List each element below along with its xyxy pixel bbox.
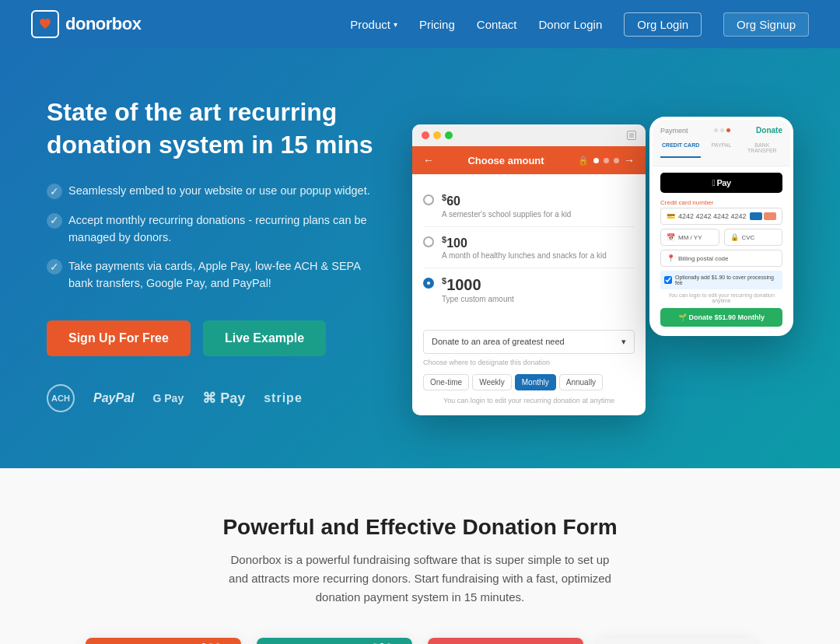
nav-dot-1 <box>593 158 599 163</box>
expiry-field[interactable]: 📅 MM / YY <box>660 229 719 246</box>
freq-onetime[interactable]: One-time <box>423 374 469 390</box>
back-arrow-icon: ← <box>423 154 434 166</box>
amount-option-3[interactable]: $1000 Type custom amount <box>423 268 635 311</box>
amount-desc-2: A month of healthy lunches and snacks fo… <box>442 251 607 260</box>
gpay-logo: G Pay <box>152 392 184 404</box>
logo-icon <box>31 10 59 38</box>
mini-header-1: ← Choose amount → <box>86 638 241 644</box>
titlebar-dots <box>422 131 453 139</box>
hero-content: State of the art recurring donation syst… <box>47 96 412 412</box>
mockup-row: ← Choose amount → $10 A semester's schoo… <box>31 638 809 644</box>
nav-contact[interactable]: Contact <box>477 18 517 31</box>
step-dot-3 <box>726 128 730 132</box>
card-number-field[interactable]: 💳 4242 4242 4242 4242 <box>660 208 782 225</box>
amount-option-2[interactable]: $100 A month of healthy lunches and snac… <box>423 227 635 268</box>
widget-nav-dots: 🔒 → <box>578 154 635 166</box>
widget-note: You can login to edit your recurring don… <box>423 397 635 404</box>
chevron-down-icon: ▾ <box>621 337 626 347</box>
org-login-button[interactable]: Org Login <box>624 12 702 37</box>
nav-donor-login[interactable]: Donor Login <box>539 18 603 31</box>
tab-bank-transfer[interactable]: BANK TRANSFER <box>742 139 782 158</box>
dot-yellow <box>433 131 441 139</box>
nav-dot-2 <box>604 158 609 163</box>
amount-radio-1[interactable] <box>423 194 434 205</box>
tab-credit-card[interactable]: CREDIT CARD <box>660 139 701 158</box>
mini-widget-payment: ← ← Payment Donate CARD PAYPAL BANK TRAN… <box>428 638 583 644</box>
tab-paypal[interactable]: PAYPAL <box>701 139 741 158</box>
hero-features-list: Seamlessly embed to your website or use … <box>47 183 381 292</box>
bank-titlebar <box>599 638 754 644</box>
bank-select-widget: Select your bank 🔍 🔍 Search <box>599 638 754 644</box>
chevron-icon: ▾ <box>394 20 397 29</box>
amount-value-2: $100 <box>442 235 607 250</box>
widget-body: $60 A semester's school supplies for a k… <box>412 174 646 322</box>
card-number-label: Credit card number <box>660 199 782 206</box>
widget-header: ← Choose amount 🔒 → <box>412 146 646 174</box>
signup-button[interactable]: Sign Up For Free <box>47 320 191 356</box>
feature-item-2: Accept monthly recurring donations - rec… <box>47 212 381 247</box>
lock-icon: 🔒 <box>578 156 589 166</box>
lock-icon-cvc: 🔒 <box>730 233 739 241</box>
nav-product[interactable]: Product ▾ <box>350 18 397 31</box>
forward-arrow-icon: → <box>624 154 635 166</box>
mobile-payment-tabs: CREDIT CARD PAYPAL BANK TRANSFER <box>660 139 782 158</box>
hero-section: State of the art recurring donation syst… <box>0 48 840 468</box>
cvc-field[interactable]: 🔒 CVC <box>724 229 783 246</box>
billing-field[interactable]: 📍 Billing postal code <box>660 250 782 267</box>
hero-mockups: ← Choose amount 🔒 → $60 A semester's sch… <box>412 93 793 415</box>
applepay-logo: ⌘ Pay <box>202 390 245 407</box>
mobile-donation-widget: Payment Donate CREDIT CARD PAYPAL BANK T… <box>649 117 793 336</box>
features-title: Powerful and Effective Donation Form <box>31 515 809 540</box>
amount-value-1: $60 <box>442 193 571 208</box>
widget-footer: Donate to an area of greatest need ▾ Cho… <box>412 322 646 415</box>
designate-dropdown[interactable]: Donate to an area of greatest need ▾ <box>423 330 635 354</box>
apple-pay-button[interactable]:  Pay <box>660 173 782 193</box>
payment-label: Payment <box>660 127 688 135</box>
designate-sub: Choose where to designate this donation <box>423 359 635 366</box>
mobile-donate-button[interactable]: 🌱 Donate $51.90 Monthly <box>660 308 782 327</box>
freq-monthly[interactable]: Monthly <box>515 374 556 390</box>
paypal-logo: PayPal <box>93 391 134 405</box>
amount-option-1[interactable]: $60 A semester's school supplies for a k… <box>423 185 635 226</box>
desktop-donation-widget: ← Choose amount 🔒 → $60 A semester's sch… <box>412 124 646 415</box>
stripe-logo: stripe <box>264 391 303 405</box>
location-icon: 📍 <box>667 254 675 262</box>
feature-item-1: Seamlessly embed to your website or use … <box>47 183 381 200</box>
step-dot-1 <box>714 128 718 132</box>
nav-links: Product ▾ Pricing Contact Donor Login Or… <box>350 12 809 37</box>
logo-text: donorbox <box>65 14 141 34</box>
mini-header-2: ← ← Personal info → <box>257 638 412 644</box>
payment-logos: ACH PayPal G Pay ⌘ Pay stripe <box>47 384 381 412</box>
feature-item-3: Take payments via cards, Apple Pay, low-… <box>47 258 381 292</box>
optional-processing-fee[interactable]: Optionally add $1.90 to cover processing… <box>660 271 782 289</box>
mobile-note: You can login to edit your recurring don… <box>660 292 782 303</box>
nav-dot-3 <box>614 158 619 163</box>
live-example-button[interactable]: Live Example <box>203 320 326 356</box>
logo[interactable]: donorbox <box>31 10 141 38</box>
step-dot-2 <box>720 128 724 132</box>
card-logo-visa <box>750 212 762 220</box>
freq-annually[interactable]: Annually <box>559 374 603 390</box>
mobile-header: Payment Donate CREDIT CARD PAYPAL BANK T… <box>653 120 790 166</box>
card-icon: 💳 <box>667 212 675 220</box>
mini-widget-personal-info: ← ← Personal info → 👤 First name Last na… <box>257 638 412 644</box>
amount-desc-1: A semester's school supplies for a kid <box>442 210 571 219</box>
frequency-buttons: One-time Weekly Monthly Annually <box>423 374 635 390</box>
widget-titlebar <box>412 124 646 146</box>
nav-pricing[interactable]: Pricing <box>419 18 455 31</box>
card-logo-mc <box>764 212 776 220</box>
calendar-icon: 📅 <box>667 233 675 241</box>
hero-title: State of the art recurring donation syst… <box>47 96 381 161</box>
mobile-body:  Pay Credit card number 💳 4242 4242 424… <box>653 166 790 333</box>
amount-radio-3-selected[interactable] <box>423 278 434 289</box>
mini-header-3: ← ← Payment Donate <box>428 638 583 644</box>
amount-value-3: $1000 <box>442 276 514 294</box>
fee-checkbox[interactable] <box>664 276 672 284</box>
dot-green <box>445 131 453 139</box>
donate-label-mobile: Donate <box>756 126 782 135</box>
dot-red <box>422 131 429 139</box>
navbar: donorbox Product ▾ Pricing Contact Donor… <box>0 0 840 48</box>
freq-weekly[interactable]: Weekly <box>472 374 512 390</box>
amount-radio-2[interactable] <box>423 236 434 247</box>
org-signup-button[interactable]: Org Signup <box>723 12 809 37</box>
